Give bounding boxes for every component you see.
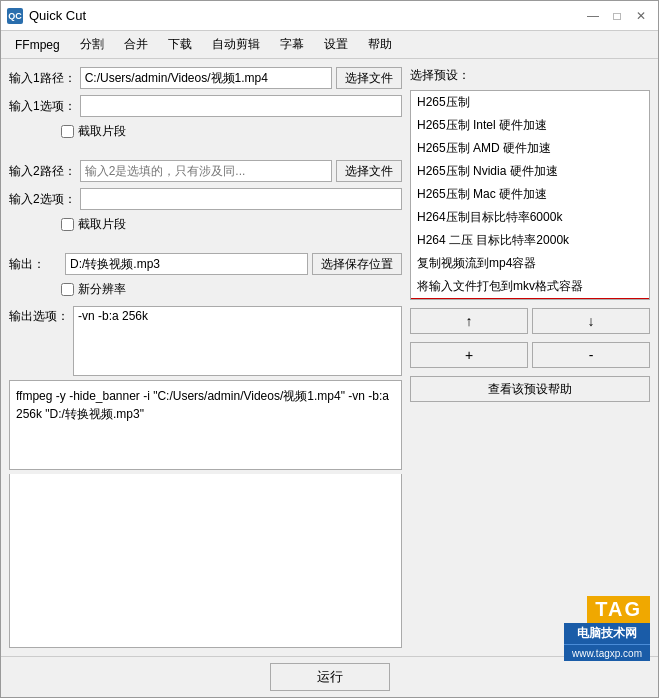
output-row: 输出： 选择保存位置 [9, 253, 402, 275]
preset-list: H265压制 H265压制 Intel 硬件加速 H265压制 AMD 硬件加速… [410, 90, 650, 300]
preset-item-7[interactable]: 复制视频流到mp4容器 [411, 252, 649, 275]
preset-item-6[interactable]: H264 二压 目标比特率2000k [411, 229, 649, 252]
preset-item-3[interactable]: H265压制 Nvidia 硬件加速 [411, 160, 649, 183]
input1-options-label: 输入1选项： [9, 98, 76, 115]
select-save-button[interactable]: 选择保存位置 [312, 253, 402, 275]
input1-path-row: 输入1路径： 选择文件 [9, 67, 402, 89]
preset-help-button[interactable]: 查看该预设帮助 [410, 376, 650, 402]
menu-bar: FFmpeg 分割 合并 下载 自动剪辑 字幕 设置 帮助 [1, 31, 658, 59]
input2-path-field[interactable] [80, 160, 332, 182]
input2-options-label: 输入2选项： [9, 191, 76, 208]
watermark-subtitle: 电脑技术网 [577, 626, 637, 640]
preset-item-8[interactable]: 将输入文件打包到mkv格式容器 [411, 275, 649, 298]
add-preset-button[interactable]: + [410, 342, 528, 368]
input2-path-label: 输入2路径： [9, 163, 76, 180]
input2-options-row: 输入2选项： [9, 188, 402, 210]
input1-options-row: 输入1选项： [9, 95, 402, 117]
move-up-button[interactable]: ↑ [410, 308, 528, 334]
input1-options-field[interactable] [80, 95, 402, 117]
preset-item-4[interactable]: H265压制 Mac 硬件加速 [411, 183, 649, 206]
menu-subtitle[interactable]: 字幕 [270, 32, 314, 57]
preset-add-remove-buttons: + - [410, 342, 650, 368]
clip-segment1-row: 截取片段 [61, 123, 402, 140]
preset-item-0[interactable]: H265压制 [411, 91, 649, 114]
menu-merge[interactable]: 合并 [114, 32, 158, 57]
menu-auto-edit[interactable]: 自动剪辑 [202, 32, 270, 57]
new-resolution-label: 新分辨率 [78, 281, 126, 298]
app-icon: QC [7, 8, 23, 24]
output-label: 输出： [9, 256, 61, 273]
title-bar: QC Quick Cut — □ ✕ [1, 1, 658, 31]
output-options-section: 输出选项： -vn -b:a 256k [9, 306, 402, 376]
window-title: Quick Cut [29, 8, 86, 23]
new-resolution-checkbox[interactable] [61, 283, 74, 296]
preset-item-1[interactable]: H265压制 Intel 硬件加速 [411, 114, 649, 137]
bottom-bar: 运行 [1, 656, 658, 697]
preset-item-5[interactable]: H264压制目标比特率6000k [411, 206, 649, 229]
window-controls: — □ ✕ [582, 6, 652, 26]
new-resolution-row: 新分辨率 [61, 281, 402, 298]
select-file1-button[interactable]: 选择文件 [336, 67, 402, 89]
menu-split[interactable]: 分割 [70, 32, 114, 57]
run-button[interactable]: 运行 [270, 663, 390, 691]
input2-path-row: 输入2路径： 选择文件 [9, 160, 402, 182]
output-field[interactable] [65, 253, 308, 275]
clip-segment2-label: 截取片段 [78, 216, 126, 233]
preset-arrow-buttons: ↑ ↓ [410, 308, 650, 334]
minimize-button[interactable]: — [582, 6, 604, 26]
move-down-button[interactable]: ↓ [532, 308, 650, 334]
command-display: ffmpeg -y -hide_banner -i "C:/Users/admi… [9, 380, 402, 470]
input2-options-field[interactable] [80, 188, 402, 210]
select-file2-button[interactable]: 选择文件 [336, 160, 402, 182]
close-button[interactable]: ✕ [630, 6, 652, 26]
preset-item-9[interactable]: 转码到mp3格式 [411, 298, 649, 300]
watermark-tag: TAG [595, 598, 642, 621]
output-options-textarea[interactable]: -vn -b:a 256k [73, 306, 402, 376]
watermark-url: www.tagxp.com [572, 648, 642, 659]
clip-segment2-row: 截取片段 [61, 216, 402, 233]
menu-ffmpeg[interactable]: FFmpeg [5, 34, 70, 56]
input1-path-label: 输入1路径： [9, 70, 76, 87]
clip-segment1-label: 截取片段 [78, 123, 126, 140]
remove-preset-button[interactable]: - [532, 342, 650, 368]
input1-path-field[interactable] [80, 67, 332, 89]
clip-segment2-checkbox[interactable] [61, 218, 74, 231]
menu-help[interactable]: 帮助 [358, 32, 402, 57]
maximize-button[interactable]: □ [606, 6, 628, 26]
clip-segment1-checkbox[interactable] [61, 125, 74, 138]
command-area-extra [9, 474, 402, 648]
preset-label: 选择预设： [410, 67, 650, 84]
menu-settings[interactable]: 设置 [314, 32, 358, 57]
output-options-label: 输出选项： [9, 306, 69, 325]
menu-download[interactable]: 下载 [158, 32, 202, 57]
preset-item-2[interactable]: H265压制 AMD 硬件加速 [411, 137, 649, 160]
